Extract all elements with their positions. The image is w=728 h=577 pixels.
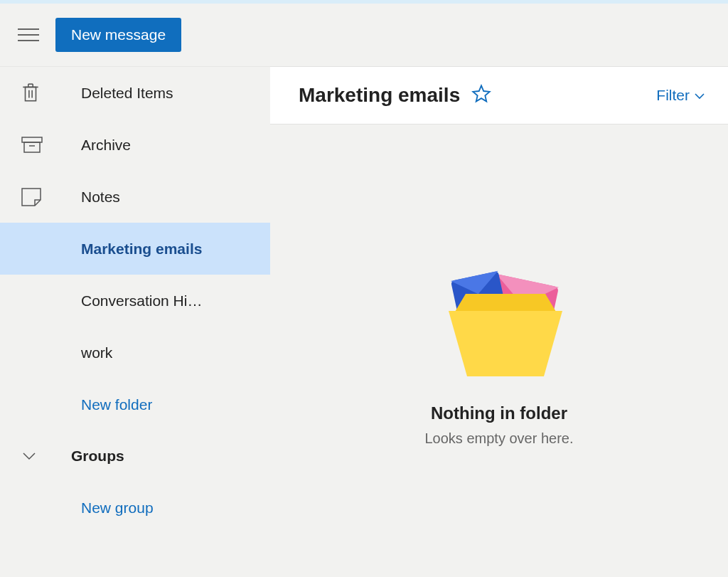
svg-marker-10	[473, 85, 490, 101]
sidebar-item-notes[interactable]: Notes	[0, 171, 270, 223]
empty-folder-illustration-icon	[421, 230, 577, 389]
sidebar-item-conversation-history[interactable]: Conversation Hi…	[0, 275, 270, 327]
sidebar-item-label: New folder	[81, 396, 152, 413]
folder-sidebar: Deleted Items Archive Notes	[0, 66, 270, 577]
sidebar-new-folder-link[interactable]: New folder	[0, 379, 270, 430]
chevron-down-icon	[694, 87, 705, 104]
sidebar-groups-header[interactable]: Groups	[0, 430, 270, 482]
note-icon	[21, 188, 81, 206]
empty-state-subtitle: Looks empty over here.	[425, 430, 574, 447]
sidebar-item-archive[interactable]: Archive	[0, 119, 270, 171]
empty-state: Nothing in folder Looks empty over here.	[270, 125, 728, 577]
sidebar-item-label: Conversation Hi…	[81, 292, 202, 309]
sidebar-item-label: Notes	[81, 189, 120, 206]
sidebar-item-label: work	[81, 344, 112, 361]
sidebar-groups-label: Groups	[71, 448, 124, 465]
sidebar-item-marketing-emails[interactable]: Marketing emails	[0, 223, 270, 275]
trash-icon	[21, 83, 81, 104]
header-bar: New message	[0, 4, 728, 66]
svg-rect-7	[22, 137, 42, 142]
sidebar-item-label: New group	[81, 499, 154, 517]
new-message-button[interactable]: New message	[55, 18, 181, 52]
sidebar-item-label: Marketing emails	[81, 240, 202, 258]
chevron-down-icon	[21, 448, 71, 465]
main-layout: Deleted Items Archive Notes	[0, 66, 728, 577]
hamburger-menu-button[interactable]	[13, 19, 44, 51]
hamburger-icon	[18, 28, 39, 41]
favorite-star-icon[interactable]	[471, 84, 491, 107]
filter-button[interactable]: Filter	[656, 87, 705, 104]
content-panel: Marketing emails Filter	[270, 66, 728, 577]
folder-title-wrap: Marketing emails	[299, 84, 491, 107]
sidebar-item-work[interactable]: work	[0, 327, 270, 379]
filter-label: Filter	[656, 87, 690, 104]
sidebar-item-deleted-items[interactable]: Deleted Items	[0, 67, 270, 119]
sidebar-new-group-link[interactable]: New group	[0, 482, 270, 534]
archive-icon	[21, 137, 81, 154]
empty-state-title: Nothing in folder	[431, 403, 567, 423]
sidebar-item-label: Deleted Items	[81, 85, 173, 102]
folder-header: Marketing emails Filter	[270, 66, 728, 125]
svg-rect-8	[24, 142, 40, 152]
svg-rect-0	[26, 87, 36, 100]
sidebar-item-label: Archive	[81, 137, 131, 154]
folder-title: Marketing emails	[299, 84, 460, 107]
